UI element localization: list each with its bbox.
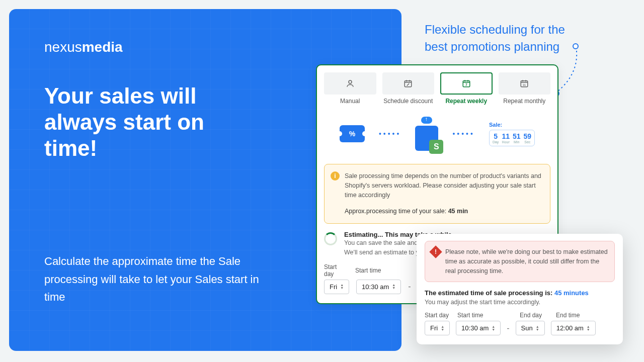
calendar-discount-icon <box>382 72 435 95</box>
overlay-selects: Fri ▲▼ 10:30 am ▲▼ - Sun ▲▼ 12:00 am ▲▼ <box>425 321 615 335</box>
calendar-month-icon: 31 <box>499 72 551 95</box>
cloud-upload-icon <box>421 117 432 124</box>
tagline: Flexible scheduling for the best promoti… <box>425 21 571 55</box>
tab-strip: Manual Schedule discount 7 Repeat weekly… <box>317 65 557 109</box>
illustration-row: % ••••• S ••••• Sale: 5Day 11Hour 51Min … <box>317 109 557 164</box>
overlay-labels: Start day Start time End day End time <box>425 312 615 319</box>
logo-thin: nexus <box>44 39 82 55</box>
tab-label: Manual <box>340 98 360 105</box>
svg-text:7: 7 <box>465 83 467 86</box>
subline: Calculate the approximate time the Sale … <box>44 252 266 306</box>
approx-time: Approx.processing time of your sale: 45 … <box>345 207 543 216</box>
stepper-icon: ▲▼ <box>441 325 444 331</box>
start-time-select[interactable]: 10:30 am ▲▼ <box>356 280 401 294</box>
info-callout: i Sale processing time depends on the nu… <box>324 164 550 224</box>
dots-icon: ••••• <box>452 130 475 138</box>
end-time-label: End time <box>556 312 580 319</box>
adjust-note: You may adjust the start time accordingl… <box>425 299 615 306</box>
start-day-label: Start day <box>324 263 348 278</box>
calendar-week-icon: 7 <box>440 72 493 95</box>
user-icon <box>324 72 376 95</box>
tab-schedule[interactable]: Schedule discount <box>382 72 435 105</box>
stepper-icon: ▲▼ <box>587 325 590 331</box>
start-time-label: Start time <box>355 267 381 274</box>
range-dash: - <box>408 282 411 291</box>
end-time-select[interactable]: 12:00 am ▲▼ <box>551 321 596 335</box>
estimate-line: The estimated time of sale processing is… <box>425 289 615 297</box>
estimate-overlay-card: ! Please note, while we're doing our bes… <box>417 234 623 344</box>
warning-text: Please note, while we're doing our best … <box>445 247 608 276</box>
stepper-icon: ▲▼ <box>392 284 395 290</box>
svg-point-0 <box>349 80 352 83</box>
stepper-icon: ▲▼ <box>536 325 539 331</box>
stepper-icon: ▲▼ <box>340 284 344 290</box>
warning-callout: ! Please note, while we're doing our bes… <box>425 241 615 282</box>
tab-label: Schedule discount <box>383 98 433 105</box>
tab-repeat-weekly[interactable]: 7 Repeat weekly <box>440 72 493 105</box>
end-day-label: End day <box>520 312 550 319</box>
tab-label: Repeat weekly <box>445 98 487 105</box>
alert-icon: ! <box>429 245 442 258</box>
stepper-icon: ▲▼ <box>492 325 495 331</box>
start-day-select[interactable]: Fri ▲▼ <box>324 280 349 294</box>
tab-manual[interactable]: Manual <box>324 72 376 105</box>
logo-bold: media <box>82 39 123 55</box>
range-dash: - <box>507 324 509 333</box>
svg-text:31: 31 <box>523 83 526 86</box>
info-text: Sale processing time depends on the numb… <box>345 171 543 200</box>
svg-rect-1 <box>405 81 412 87</box>
tab-repeat-monthly[interactable]: 31 Repeat monthly <box>499 72 551 105</box>
coupon-icon: % <box>340 125 365 142</box>
connector-dot-icon <box>573 43 579 49</box>
start-day-select[interactable]: Fri ▲▼ <box>425 321 450 335</box>
tab-label: Repeat monthly <box>503 98 545 105</box>
start-time-select[interactable]: 10:30 am ▲▼ <box>456 321 501 335</box>
headline: Your sales will always start on time! <box>44 83 256 161</box>
start-time-label: Start time <box>457 312 509 319</box>
server-icon: S <box>415 117 438 151</box>
countdown: Sale: 5Day 11Hour 51Min 59Sec <box>489 122 535 146</box>
end-day-select[interactable]: Sun ▲▼ <box>516 321 545 335</box>
info-icon: i <box>331 171 340 180</box>
sale-label: Sale: <box>489 122 535 128</box>
spinner-icon <box>324 232 337 245</box>
dots-icon: ••••• <box>379 130 401 138</box>
logo: nexusmedia <box>44 39 366 55</box>
shopify-bag-icon: S <box>429 140 443 154</box>
start-day-label: Start day <box>425 312 451 319</box>
